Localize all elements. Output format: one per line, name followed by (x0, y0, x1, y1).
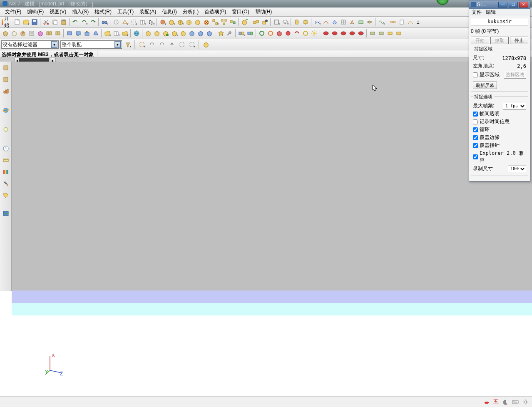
by-cube-btn[interactable] (237, 29, 246, 37)
red-5[interactable] (339, 29, 348, 37)
gif-menu-edit[interactable]: 编辑 (486, 9, 496, 16)
gif-show-area-check[interactable]: 显示区域 (473, 71, 500, 78)
sphere-button[interactable] (159, 18, 167, 26)
rail-palette-button[interactable] (1, 125, 10, 134)
chevron-down-icon[interactable]: ▼ (114, 41, 121, 48)
sel-mode[interactable] (188, 40, 196, 49)
redo-sel[interactable] (158, 40, 166, 49)
link-tol-button[interactable]: ± (415, 18, 423, 26)
menu-format[interactable]: 格式(R) (92, 7, 114, 16)
ime-indicator[interactable]: 五 (493, 398, 499, 406)
t2-b3[interactable] (19, 29, 27, 37)
assy-open-button[interactable] (103, 29, 112, 37)
globe-button[interactable] (132, 29, 141, 37)
open-button[interactable] (22, 18, 30, 26)
t2-b9[interactable] (74, 29, 82, 37)
component-button[interactable] (167, 18, 176, 26)
link-curve-button[interactable] (406, 18, 415, 26)
t2-b6[interactable] (45, 29, 53, 37)
b-cube-3[interactable] (205, 29, 214, 37)
ref-frame-button[interactable] (129, 18, 138, 26)
link-button[interactable] (389, 18, 397, 26)
rail-tag-button[interactable] (1, 191, 10, 200)
star-btn[interactable] (217, 29, 225, 37)
t2-b8[interactable] (65, 29, 74, 37)
filter-action[interactable] (124, 40, 132, 49)
menu-window[interactable]: 窗口(O) (229, 7, 251, 16)
rail-ruler-button[interactable] (1, 156, 10, 165)
touch-button[interactable] (112, 18, 120, 26)
graphics-viewport[interactable] (12, 62, 532, 291)
end-2[interactable] (377, 29, 385, 37)
sel-up[interactable] (168, 40, 176, 49)
surf-btn-7[interactable] (365, 18, 374, 26)
start-button[interactable]: 开始 (1, 18, 10, 26)
menu-info[interactable]: 信息(I) (159, 7, 179, 16)
t2-b10[interactable] (83, 29, 91, 37)
sel-rect[interactable] (178, 40, 186, 49)
gif-titlebar[interactable]: Gi… — ☐ ✕ (469, 0, 530, 9)
gif-start-button[interactable]: 开始 (471, 37, 489, 44)
surf-btn-6[interactable] (357, 18, 365, 26)
keyboard-icon[interactable] (512, 399, 519, 405)
cube-plus-button[interactable]: + (240, 18, 249, 26)
red-1[interactable] (284, 29, 292, 37)
red-4[interactable] (331, 29, 339, 37)
end-3[interactable] (386, 29, 394, 37)
gif-name-input[interactable] (471, 18, 528, 25)
two-cubes-button[interactable] (252, 18, 260, 26)
gif-fps-select[interactable]: 1 fps (503, 103, 526, 109)
pattern-button[interactable] (220, 18, 228, 26)
t2-b4[interactable] (27, 29, 36, 37)
surf-curve-button[interactable] (322, 18, 330, 26)
t2-b11[interactable] (92, 29, 100, 37)
y-cube-3[interactable] (162, 29, 170, 37)
cube-del-button[interactable] (202, 18, 211, 26)
sel-scope-button[interactable] (138, 40, 146, 49)
y-cube-4[interactable] (170, 29, 179, 37)
assy-book-button[interactable] (112, 29, 120, 37)
save-button[interactable] (30, 18, 39, 26)
menu-insert[interactable]: 插入(S) (70, 7, 91, 16)
undo-list-button[interactable] (80, 18, 88, 26)
gif-menu-file[interactable]: 文件 (472, 9, 482, 16)
circ-o[interactable] (266, 29, 275, 37)
baidu-paw-icon[interactable] (483, 399, 490, 405)
y-cube-5[interactable] (179, 29, 187, 37)
curve-net-button[interactable] (313, 18, 321, 26)
rail-hammer-button[interactable] (1, 179, 10, 188)
rail-rainbow-button[interactable] (1, 167, 10, 176)
gif-opt1[interactable]: 帧间透明 (473, 110, 526, 117)
scope-combo[interactable]: 整个装配▼ (60, 40, 122, 49)
close-button[interactable]: ✕ (519, 2, 528, 7)
copy-button[interactable] (51, 18, 59, 26)
b-cube-1[interactable] (188, 29, 196, 37)
paste-button[interactable] (60, 18, 68, 26)
surf-btn-4[interactable] (339, 18, 348, 26)
gif-opt3[interactable]: 循环 (473, 126, 526, 133)
gif-opt4[interactable]: 覆盖边缘 (473, 134, 526, 141)
red-7[interactable] (357, 29, 365, 37)
yel-1[interactable] (301, 29, 310, 37)
t2-b2[interactable] (10, 29, 18, 37)
bg-cube-btn[interactable] (246, 29, 254, 37)
gif-opt2[interactable]: 记录时间信息 (473, 118, 526, 125)
moon-icon[interactable] (502, 399, 509, 405)
cube-bomb-button[interactable] (261, 18, 269, 26)
maximize-button[interactable]: ☐ (509, 2, 518, 7)
cube-check-button[interactable] (185, 18, 193, 26)
gif-opt5[interactable]: 覆盖指针 (473, 142, 526, 149)
datum-button[interactable] (121, 18, 129, 26)
layer-button[interactable] (281, 18, 289, 26)
undo-button[interactable] (71, 18, 80, 26)
new-button[interactable] (13, 18, 21, 26)
t2-b1[interactable] (1, 29, 10, 37)
gif-select-region-button[interactable]: 选择区域 (504, 71, 526, 79)
chevron-down-icon[interactable]: ▼ (51, 41, 57, 48)
rail-clock-button[interactable] (1, 144, 10, 153)
t2-b5[interactable] (36, 29, 45, 37)
wave-button[interactable] (377, 18, 385, 26)
gif-grab-button[interactable]: 抓取 (490, 37, 509, 44)
redo-button[interactable] (89, 18, 97, 26)
undo-sel[interactable] (148, 40, 156, 49)
